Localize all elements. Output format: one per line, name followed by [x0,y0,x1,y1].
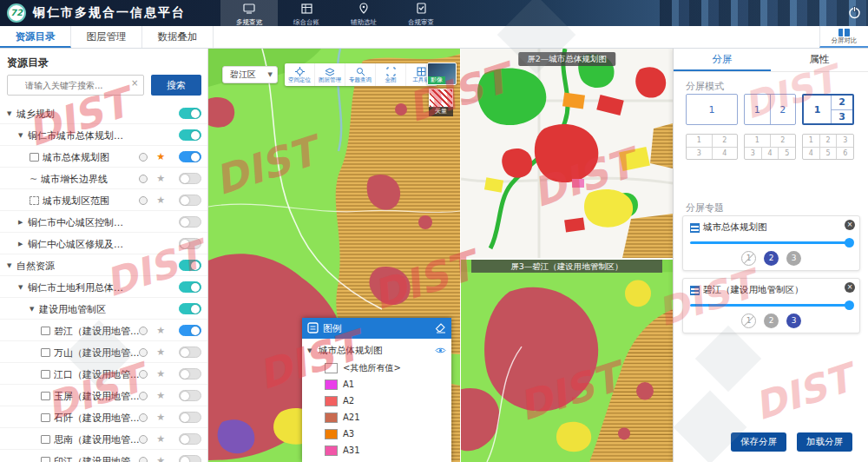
favorite-star-icon[interactable]: ★ [156,189,165,211]
locate-radio[interactable] [139,327,148,335]
favorite-star-icon[interactable]: ★ [156,341,165,363]
tab-1[interactable]: 资源目录 [0,26,71,48]
caret-right-icon[interactable]: ▶ [18,234,28,255]
favorite-star-icon[interactable]: ★ [156,385,165,406]
locate-radio[interactable] [139,413,148,422]
eye-icon[interactable] [435,346,446,356]
search-button[interactable]: 搜索 [151,75,201,96]
split-mode-1[interactable]: 1 [686,94,738,125]
map-tool-1[interactable]: 空间定位 [285,63,315,86]
tree-row-9[interactable]: ▼铜仁市土地利用总体规划（2016-2020... [0,276,208,298]
screen-assign-2[interactable]: 2 [764,251,779,266]
opacity-slider[interactable] [690,241,852,244]
region-select[interactable]: 碧江区 ▼ [222,66,278,83]
tree-row-11[interactable]: 碧江（建设用地管...★ [0,320,208,341]
screen-assign-2[interactable]: 2 [764,314,779,328]
favorite-star-icon[interactable]: ★ [156,146,165,168]
visibility-toggle[interactable] [179,260,201,271]
split-mode-2[interactable]: 12 [744,94,796,125]
favorite-star-icon[interactable]: ★ [156,363,165,385]
tree-row-1[interactable]: ▼城乡规划 [0,102,208,124]
favorite-star-icon[interactable]: ★ [156,168,165,189]
caret-down-icon[interactable]: ▼ [18,125,28,147]
clear-search-icon[interactable]: × [131,79,138,88]
power-icon[interactable] [848,6,861,23]
visibility-toggle[interactable] [179,129,201,141]
search-input[interactable] [7,75,144,96]
visibility-toggle[interactable] [179,368,201,380]
visibility-toggle[interactable] [179,173,201,184]
favorite-star-icon[interactable]: ★ [156,450,165,462]
caret-down-icon[interactable]: ▼ [18,277,28,299]
tree-row-2[interactable]: ▼铜仁市城市总体规划（2013—2030） [0,124,208,146]
split-mode-3[interactable]: 123 [802,94,854,125]
map-pane-screen3[interactable]: 屏3—碧江（建设用地管制区） [461,260,673,462]
remove-theme-button[interactable]: × [845,282,855,293]
screen-assign-3[interactable]: 3 [786,251,801,266]
locate-radio[interactable] [139,370,148,379]
eraser-icon[interactable] [435,320,446,337]
visibility-toggle[interactable] [179,346,201,358]
split-mode-5[interactable]: 12345 [744,134,796,160]
map-pane-screen2[interactable]: 屏2—城市总体规划图 [461,49,673,258]
tree-row-10[interactable]: ▼建设用地管制区 [0,298,208,320]
screen-assign-3[interactable]: 3 [786,314,801,328]
locate-radio[interactable] [139,175,148,183]
visibility-toggle[interactable] [179,151,201,162]
map-tool-3[interactable]: 专题查询 [345,63,376,86]
nav-item-3[interactable]: 辅助选址 [335,0,392,26]
split-mode-4[interactable]: 1234 [686,134,738,160]
split-mode-6[interactable]: 123456 [802,134,854,160]
save-split-button[interactable]: 保存分屏 [731,432,786,452]
caret-right-icon[interactable]: ▶ [18,212,28,234]
locate-radio[interactable] [139,457,148,462]
visibility-toggle[interactable] [179,325,201,336]
favorite-star-icon[interactable]: ★ [156,320,165,341]
nav-item-1[interactable]: 多规查览 [220,0,278,26]
remove-theme-button[interactable]: × [845,220,855,230]
visibility-toggle[interactable] [179,303,201,314]
locate-radio[interactable] [139,153,148,162]
visibility-toggle[interactable] [179,412,201,423]
visibility-toggle[interactable] [179,238,201,249]
locate-radio[interactable] [139,348,148,357]
basemap-vector-thumb[interactable] [429,89,453,108]
map-tool-2[interactable]: 图层管理 [315,63,345,86]
tree-row-15[interactable]: 石阡（建设用地管...★ [0,406,208,428]
tree-row-14[interactable]: 玉屏（建设用地管...★ [0,385,208,406]
favorite-star-icon[interactable]: ★ [156,428,165,450]
nav-item-4[interactable]: 合规审查 [392,0,450,26]
visibility-toggle[interactable] [179,195,201,206]
visibility-toggle[interactable] [179,216,201,228]
opacity-slider-knob[interactable] [845,238,854,248]
caret-down-icon[interactable]: ▼ [7,103,16,125]
tree-row-12[interactable]: 万山（建设用地管...★ [0,341,208,363]
locate-radio[interactable] [139,392,148,400]
screen-assign-1[interactable]: 1 [741,251,756,266]
visibility-toggle[interactable] [179,455,201,462]
visibility-toggle[interactable] [179,390,201,401]
tree-row-5[interactable]: 城市规划区范围★ [0,189,208,211]
visibility-toggle[interactable] [179,433,201,445]
tree-row-16[interactable]: 思南（建设用地管...★ [0,428,208,450]
opacity-slider[interactable] [690,304,852,307]
map-tool-4[interactable]: 全图 [376,63,406,86]
favorite-star-icon[interactable]: ★ [156,406,165,428]
panel-tab-2[interactable]: 属性 [771,49,868,71]
caret-down-icon[interactable]: ▼ [30,299,39,320]
visibility-toggle[interactable] [179,108,201,119]
visibility-toggle[interactable] [179,281,201,293]
tab-2[interactable]: 图层管理 [71,26,142,48]
locate-radio[interactable] [139,435,148,444]
tree-row-6[interactable]: ▶铜仁市中心城区控制性详细规划 [0,211,208,233]
split-compare-button[interactable]: 分屏对比 [819,26,868,48]
locate-radio[interactable] [139,196,148,205]
tree-row-3[interactable]: 城市总体规划图★ [0,146,208,168]
load-split-button[interactable]: 加载分屏 [797,432,852,452]
tree-row-7[interactable]: ▶铜仁中心城区修规及方案 [0,233,208,254]
screen-assign-1[interactable]: 1 [741,314,756,328]
basemap-imagery-thumb[interactable]: 影像 [427,63,457,85]
tree-row-8[interactable]: ▼自然资源 [0,254,208,276]
tab-3[interactable]: 数据叠加 [142,26,214,48]
legend-layer-row[interactable]: ▼ 城市总体规划图 [307,342,446,360]
